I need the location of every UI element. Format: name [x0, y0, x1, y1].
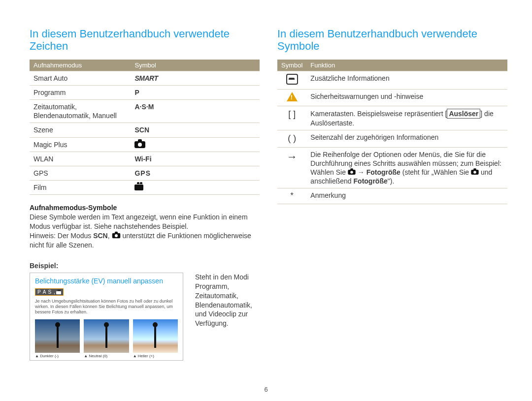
note-icon	[286, 74, 298, 85]
page-number: 6	[0, 386, 532, 393]
scn-symbol: SCN	[131, 123, 260, 137]
modes-header-symbol: Symbol	[131, 60, 260, 71]
asm-symbol: A·S·M	[131, 99, 260, 123]
example-caption: Steht in den Modi Programm, Zeitautomati…	[195, 273, 260, 328]
smart-symbol: SMART	[131, 71, 260, 85]
table-row: GPS GPS	[30, 166, 260, 180]
modes-header-mode: Aufnahmemodus	[30, 60, 131, 71]
thumb-darker	[35, 319, 80, 353]
thumb-brighter	[133, 319, 178, 353]
table-row: Programm P	[30, 85, 260, 99]
table-row: Smart Auto SMART	[30, 71, 260, 85]
p-symbol: P	[131, 85, 260, 99]
wifi-symbol: Wi-Fi	[131, 152, 260, 166]
table-row: Zeitautomatik, Blendenautomatik, Manuell…	[30, 99, 260, 123]
table-row: Sicherheitswarnungen und -hinweise	[277, 89, 507, 106]
video-icon	[134, 185, 143, 190]
symbols-table: Symbol Funktion Zusätzliche Informatione…	[277, 60, 507, 205]
table-row: ( ) Seitenzahl der zugehörigen Informati…	[277, 130, 507, 147]
left-column: In diesem Benutzerhandbuch verwendete Ze…	[30, 28, 260, 361]
table-row: WLAN Wi-Fi	[30, 152, 260, 166]
star-symbol: *	[277, 188, 306, 204]
paren-symbol: ( )	[277, 130, 306, 147]
warning-icon	[287, 92, 298, 101]
example-label: Beispiel:	[30, 262, 260, 270]
thumb-neutral	[84, 319, 129, 353]
camera-icon	[348, 170, 355, 175]
table-row: * Anmerkung	[277, 188, 507, 204]
table-row: [ ] Kameratasten. Beispielsweise repräse…	[277, 106, 507, 130]
right-title: In diesem Benutzerhandbuch verwendete Sy…	[277, 28, 507, 53]
camera-icon	[471, 170, 478, 175]
table-row: Magic Plus	[30, 137, 260, 152]
camera-icon	[112, 233, 120, 239]
mode-symbols-heading: Aufnahmemodus-Symbole	[30, 204, 260, 212]
table-row: Zusätzliche Informationen	[277, 71, 507, 89]
table-row: Film	[30, 181, 260, 195]
example-body: Je nach Umgebungslichtsituation können F…	[35, 299, 178, 315]
symbols-header-function: Funktion	[306, 60, 507, 71]
table-row: Szene SCN	[30, 123, 260, 137]
modes-table: Aufnahmemodus Symbol Smart Auto SMART Pr…	[30, 60, 260, 195]
bracket-symbol: [ ]	[277, 106, 306, 130]
example-box: Belichtungsstärke (EV) manuell anpassen …	[30, 273, 183, 361]
left-title: In diesem Benutzerhandbuch verwendete Ze…	[30, 28, 260, 53]
arrow-symbol: →	[277, 147, 306, 188]
example-thumbnails: ▲ Dunkler (-) ▲ Neutral (0) ▲ Heller (+)	[35, 319, 178, 358]
camera-icon	[134, 141, 145, 148]
example-heading: Belichtungsstärke (EV) manuell anpassen	[35, 277, 178, 285]
symbols-header-symbol: Symbol	[277, 60, 306, 71]
mode-symbols-text: Diese Symbole werden im Text angezeigt, …	[30, 213, 260, 250]
right-column: In diesem Benutzerhandbuch verwendete Sy…	[277, 28, 507, 361]
gps-symbol: GPS	[131, 166, 260, 180]
table-row: → Die Reihenfolge der Optionen oder Menü…	[277, 147, 507, 188]
example-mode-tag: P A S ,	[35, 288, 64, 296]
